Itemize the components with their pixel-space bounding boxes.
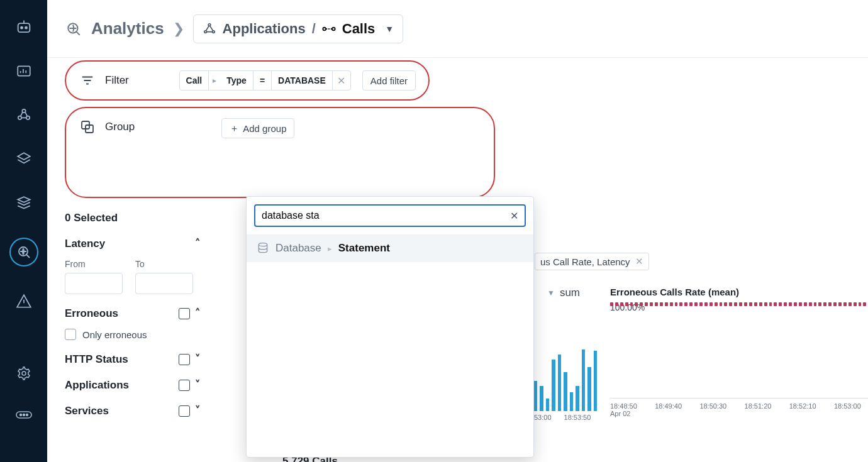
erroneous-section: Erroneous ˄ Only erroneous xyxy=(65,307,201,340)
filter-chip-remove[interactable]: ✕ xyxy=(333,75,350,87)
svg-point-2 xyxy=(25,27,26,29)
chevron-right-icon: ▸ xyxy=(209,76,220,85)
stack-icon[interactable] xyxy=(14,194,33,212)
applications-header[interactable]: Applications ˅ xyxy=(65,378,201,392)
group-option-database-statement[interactable]: Database ▸ Statement xyxy=(247,234,533,262)
calls-bar-axis: 53:00 18:53:50 xyxy=(534,414,591,421)
chevron-down-icon: ˅ xyxy=(195,353,201,366)
erroneous-rate-axis: 18:48:5018:49:4018:50:3018:51:2018:52:10… xyxy=(610,398,868,410)
services-title: Services xyxy=(65,405,109,417)
filter-chip-op: = xyxy=(253,71,272,90)
latency-from-input[interactable] xyxy=(65,273,123,294)
only-erroneous-checkbox[interactable] xyxy=(65,329,76,340)
chevron-down-icon: ▼ xyxy=(385,24,394,34)
applications-title: Applications xyxy=(65,379,129,392)
more-icon[interactable] xyxy=(14,405,33,424)
clear-input-icon[interactable]: ✕ xyxy=(510,210,518,222)
breadcrumb-slash: / xyxy=(312,21,316,37)
group-icon xyxy=(79,118,96,136)
svg-point-11 xyxy=(23,414,25,416)
latency-header[interactable]: Latency ˄ xyxy=(65,237,201,250)
logo-icon[interactable] xyxy=(14,18,33,36)
aggregation-label: sum xyxy=(560,287,580,299)
group-panel: Group ＋Add group xyxy=(65,107,495,198)
latency-to-input[interactable] xyxy=(135,273,193,294)
calls-icon xyxy=(322,25,336,33)
filter-icon xyxy=(79,72,96,89)
group-option-db-label: Database xyxy=(275,242,321,255)
svg-point-4 xyxy=(22,109,25,113)
svg-point-10 xyxy=(19,414,21,416)
box-icon xyxy=(179,405,190,417)
svg-point-1 xyxy=(20,27,22,29)
analytics-icon[interactable] xyxy=(9,238,38,267)
filter-chip-call: Call xyxy=(180,71,209,90)
svg-point-16 xyxy=(212,30,214,33)
svg-rect-3 xyxy=(18,66,30,75)
breadcrumb-selector[interactable]: Applications / Calls ▼ xyxy=(193,14,404,43)
bar-axis-tick: 53:00 xyxy=(534,414,552,421)
settings-icon[interactable] xyxy=(14,364,33,383)
erroneous-rate-title: Erroneous Calls Rate (mean) xyxy=(610,287,868,297)
erroneous-rate-date: Apr 02 xyxy=(610,410,868,417)
filter-panel: Filter Call ▸ Type = DATABASE ✕ Add filt… xyxy=(65,60,430,101)
metric-chip-row: us Call Rate, Latency ✕ xyxy=(535,253,649,270)
chevron-down-icon: ▼ xyxy=(547,289,555,297)
page-header: Analytics ❯ Applications / Calls ▼ xyxy=(47,0,868,58)
breadcrumb-applications: Applications xyxy=(223,21,306,37)
latency-title: Latency xyxy=(65,238,105,250)
filter-chip-value: DATABASE xyxy=(272,71,333,90)
svg-point-15 xyxy=(204,30,206,33)
svg-point-18 xyxy=(332,27,335,30)
only-erroneous-label: Only erroneous xyxy=(82,329,147,340)
analytics-header-icon xyxy=(65,20,82,38)
http-status-title: HTTP Status xyxy=(65,353,128,366)
header-analytics-label: Analytics xyxy=(91,19,164,38)
applications-icon xyxy=(203,22,216,36)
group-search-input[interactable] xyxy=(262,210,510,221)
chevron-up-icon: ˄ xyxy=(195,237,201,250)
group-search-wrapper: ✕ xyxy=(254,204,526,227)
svg-point-17 xyxy=(323,27,326,30)
http-status-header[interactable]: HTTP Status ˅ xyxy=(65,353,201,366)
chevron-right-icon: ❯ xyxy=(173,21,184,37)
erroneous-rate-panel: Erroneous Calls Rate (mean) 100.00% 18:4… xyxy=(610,287,868,417)
aggregation-selector[interactable]: ▼ sum xyxy=(547,287,580,299)
add-filter-button[interactable]: Add filter xyxy=(362,70,416,91)
filter-chip[interactable]: Call ▸ Type = DATABASE ✕ xyxy=(179,70,351,91)
filter-chip-type: Type xyxy=(220,71,253,90)
dashboard-icon[interactable] xyxy=(14,62,33,80)
group-label: Group xyxy=(105,121,135,133)
alert-icon[interactable] xyxy=(14,292,33,311)
breadcrumb-calls: Calls xyxy=(342,21,376,37)
services-header[interactable]: Services ˅ xyxy=(65,404,201,417)
infra-icon[interactable] xyxy=(14,150,33,168)
svg-point-12 xyxy=(26,414,28,416)
erroneous-header[interactable]: Erroneous ˄ xyxy=(65,307,201,320)
applications-section: Applications ˅ xyxy=(65,378,201,392)
chevron-up-icon: ˄ xyxy=(195,307,201,320)
metric-chip-remove[interactable]: ✕ xyxy=(635,256,643,267)
group-option-statement-label: Statement xyxy=(338,242,390,255)
filter-label: Filter xyxy=(105,74,129,87)
metric-chip[interactable]: us Call Rate, Latency ✕ xyxy=(535,253,649,270)
latency-to-label: To xyxy=(135,259,193,269)
chevron-down-icon: ˅ xyxy=(195,404,201,417)
svg-point-21 xyxy=(259,243,267,246)
metric-chip-label: us Call Rate, Latency xyxy=(540,256,630,267)
chevron-right-icon: ▸ xyxy=(328,244,332,253)
box-icon xyxy=(179,380,190,391)
chevron-down-icon: ˅ xyxy=(195,378,201,392)
database-icon xyxy=(257,242,269,255)
cluster-icon[interactable] xyxy=(14,106,33,124)
http-status-section: HTTP Status ˅ xyxy=(65,353,201,366)
calls-bar-chart xyxy=(534,337,597,411)
svg-point-8 xyxy=(22,371,26,375)
latency-section: Latency ˄ From To xyxy=(65,237,201,294)
svg-rect-0 xyxy=(18,23,30,32)
box-icon xyxy=(179,354,190,365)
box-icon xyxy=(179,308,190,319)
add-group-button[interactable]: ＋Add group xyxy=(221,118,294,138)
plus-icon: ＋ xyxy=(230,123,239,135)
group-autocomplete-panel: ✕ Database ▸ Statement xyxy=(246,196,534,458)
